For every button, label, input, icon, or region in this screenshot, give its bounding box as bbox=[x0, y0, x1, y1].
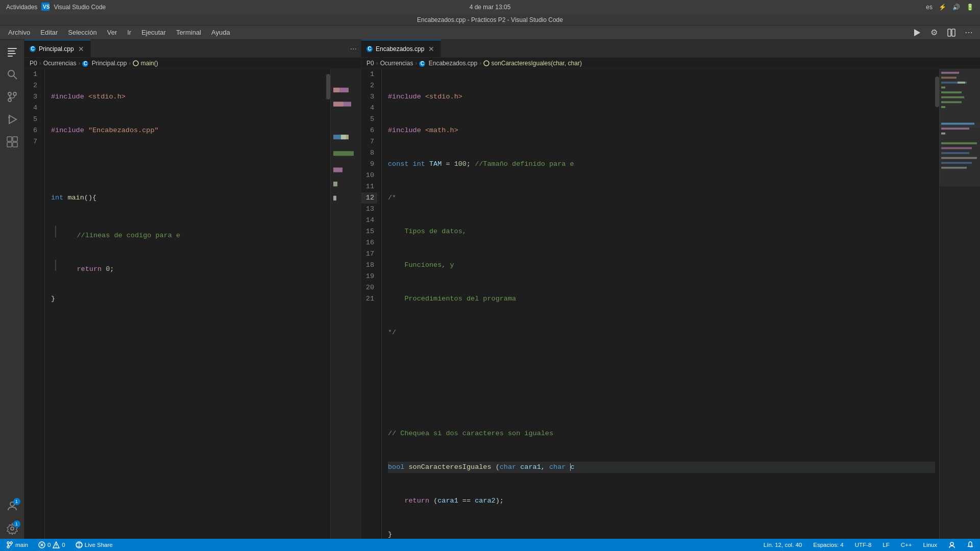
activity-settings[interactable]: 1 bbox=[2, 518, 22, 539]
activity-account[interactable]: 1 bbox=[2, 496, 22, 516]
svg-point-65 bbox=[56, 546, 57, 547]
editor-pane-left: C Principal.cpp ✕ ⋯ P0 › Ocurrencias › C… bbox=[24, 40, 361, 539]
menu-editar[interactable]: Editar bbox=[36, 28, 62, 37]
activity-source-control[interactable] bbox=[2, 87, 22, 107]
menu-bar: Archivo Editar Selección Ver Ir Ejecutar… bbox=[0, 26, 980, 40]
wifi-icon: ⚡ bbox=[939, 4, 946, 11]
status-right: Lín. 12, col. 40 Espacios: 4 UTF-8 LF C+… bbox=[762, 541, 976, 548]
vscroll-right[interactable] bbox=[935, 69, 939, 539]
svg-rect-3 bbox=[948, 29, 951, 36]
menu-ir[interactable]: Ir bbox=[123, 28, 135, 37]
tab-bar-right: C Encabezados.cpp ✕ bbox=[361, 40, 980, 58]
svg-point-11 bbox=[8, 92, 11, 95]
status-position[interactable]: Lín. 12, col. 40 bbox=[762, 542, 804, 548]
bc-ocurrencias-right[interactable]: Ocurrencias bbox=[380, 60, 413, 67]
code-editor-left: 1234567 #include <stdio.h> #include "Enc… bbox=[24, 69, 361, 539]
activities-label[interactable]: Actividades bbox=[6, 4, 37, 11]
tab-close-left[interactable]: ✕ bbox=[77, 45, 85, 53]
menu-ejecutar[interactable]: Ejecutar bbox=[137, 28, 170, 37]
svg-point-59 bbox=[7, 546, 9, 548]
status-indent[interactable]: Espacios: 4 bbox=[811, 542, 845, 548]
tab-icon-left: C bbox=[30, 46, 36, 52]
run-button[interactable] bbox=[910, 26, 924, 40]
bc-func-right[interactable]: sonCaracteresIguales(char, char) bbox=[483, 60, 582, 67]
app-name: Visual Studio Code bbox=[54, 4, 106, 11]
status-git[interactable]: main bbox=[4, 541, 30, 548]
activity-bar: 1 1 bbox=[0, 40, 24, 539]
top-bar-right: es ⚡ 🔊 🔋 bbox=[926, 4, 974, 11]
bc-p0-left[interactable]: P0 bbox=[30, 60, 37, 67]
svg-rect-5 bbox=[8, 48, 17, 49]
split-editor-button[interactable] bbox=[944, 26, 959, 40]
menu-seleccion[interactable]: Selección bbox=[64, 28, 101, 37]
svg-rect-18 bbox=[13, 137, 17, 141]
settings-button[interactable]: ⚙ bbox=[927, 26, 941, 40]
status-line-ending[interactable]: LF bbox=[880, 542, 891, 548]
activity-explorer[interactable] bbox=[2, 42, 22, 62]
line-ending-label: LF bbox=[883, 542, 889, 548]
bc-file-right[interactable]: C Encabezados.cpp bbox=[419, 60, 477, 67]
tab-close-right[interactable]: ✕ bbox=[427, 45, 435, 53]
editors-area: C Principal.cpp ✕ ⋯ P0 › Ocurrencias › C… bbox=[24, 40, 980, 539]
status-account-icon[interactable] bbox=[946, 541, 958, 548]
svg-rect-19 bbox=[7, 142, 12, 147]
svg-rect-30 bbox=[341, 135, 349, 139]
code-content-left[interactable]: #include <stdio.h> #include "Encabezados… bbox=[45, 69, 330, 539]
svg-rect-20 bbox=[13, 142, 17, 147]
svg-rect-6 bbox=[8, 51, 15, 52]
svg-point-57 bbox=[7, 542, 9, 544]
activity-search[interactable] bbox=[2, 64, 22, 85]
status-liveshare[interactable]: Live Share bbox=[74, 541, 115, 548]
tab-encabezados-cpp[interactable]: C Encabezados.cpp ✕ bbox=[361, 40, 441, 57]
warning-count: 0 bbox=[62, 542, 65, 548]
bc-ocurrencias-left[interactable]: Ocurrencias bbox=[43, 60, 77, 67]
svg-point-58 bbox=[10, 542, 12, 544]
top-bar-left: Actividades VS Visual Studio Code bbox=[6, 3, 106, 12]
svg-rect-26 bbox=[333, 88, 339, 92]
svg-point-9 bbox=[8, 70, 14, 77]
tab-principal-cpp[interactable]: C Principal.cpp ✕ bbox=[24, 40, 91, 57]
menu-ayuda[interactable]: Ayuda bbox=[207, 28, 234, 37]
svg-rect-17 bbox=[7, 137, 12, 141]
status-left: main 0 0 Live Share bbox=[4, 541, 115, 548]
line-numbers-right: 1234567 89101112 13141516171819 2021 bbox=[361, 69, 382, 539]
tab-more-left[interactable]: ⋯ bbox=[346, 40, 361, 57]
bc-file-icon-left: C bbox=[82, 61, 88, 67]
svg-rect-34 bbox=[333, 196, 336, 201]
activity-extensions[interactable] bbox=[2, 132, 22, 152]
title-bar: Encabezados.cpp - Prácticos P2 - Visual … bbox=[0, 14, 980, 26]
status-bell-icon[interactable] bbox=[965, 541, 976, 548]
top-bar-center: 4 de mar 13:05 bbox=[470, 4, 511, 11]
menu-archivo[interactable]: Archivo bbox=[4, 28, 34, 37]
error-count: 0 bbox=[47, 542, 51, 548]
breadcrumb-right: P0 › Ocurrencias › C Encabezados.cpp › s… bbox=[361, 58, 980, 69]
menu-terminal[interactable]: Terminal bbox=[172, 28, 205, 37]
svg-marker-2 bbox=[914, 29, 920, 36]
svg-rect-8 bbox=[8, 56, 13, 57]
encoding-label: UTF-8 bbox=[855, 542, 872, 548]
svg-point-22 bbox=[11, 527, 14, 530]
menu-ver[interactable]: Ver bbox=[103, 28, 121, 37]
vscroll-left[interactable] bbox=[326, 69, 330, 539]
svg-text:VS: VS bbox=[43, 4, 50, 10]
bc-p0-right[interactable]: P0 bbox=[366, 60, 374, 67]
status-os[interactable]: Linux bbox=[921, 542, 940, 548]
status-language[interactable]: C++ bbox=[899, 542, 914, 548]
status-encoding[interactable]: UTF-8 bbox=[853, 542, 874, 548]
svg-rect-33 bbox=[333, 182, 337, 186]
volume-icon: 🔊 bbox=[952, 4, 960, 11]
status-errors[interactable]: 0 0 bbox=[36, 541, 67, 548]
more-actions-button[interactable]: ⋯ bbox=[962, 26, 976, 40]
tab-bar-left: C Principal.cpp ✕ ⋯ bbox=[24, 40, 361, 58]
activity-run-debug[interactable] bbox=[2, 109, 22, 130]
liveshare-label: Live Share bbox=[85, 542, 113, 548]
minimap-left bbox=[330, 69, 361, 539]
indent-label: Espacios: 4 bbox=[813, 542, 843, 548]
vscode-icon: VS bbox=[41, 3, 50, 12]
bc-file-left[interactable]: C Principal.cpp bbox=[82, 60, 127, 67]
lang-indicator[interactable]: es bbox=[926, 4, 933, 11]
code-content-right[interactable]: #include <stdio.h> #include <math.h> con… bbox=[382, 69, 980, 539]
code-editor-right: 1234567 89101112 13141516171819 2021 #in… bbox=[361, 69, 980, 539]
bc-func-left[interactable]: main() bbox=[133, 60, 158, 67]
svg-rect-31 bbox=[333, 151, 354, 156]
